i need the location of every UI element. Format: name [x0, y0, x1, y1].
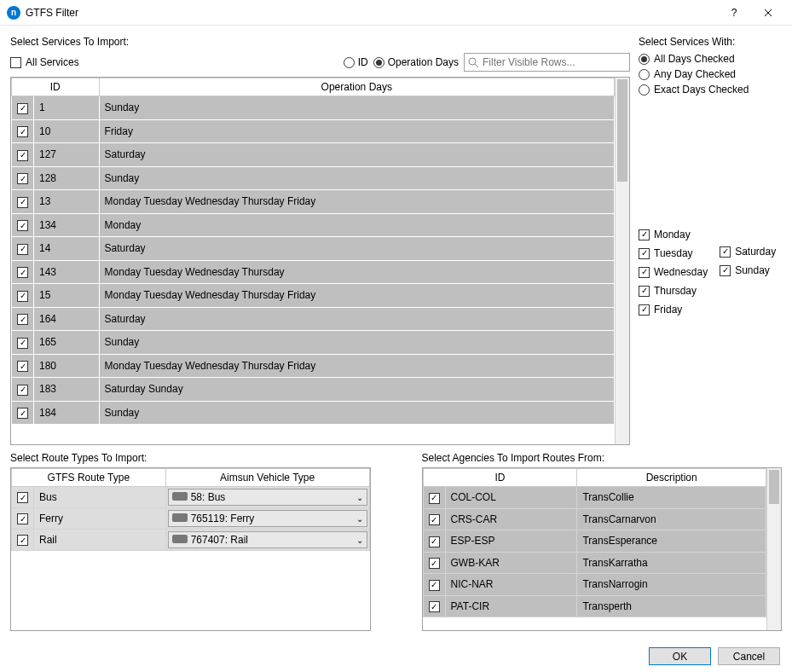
checkbox-icon[interactable]	[17, 361, 28, 372]
filter-input[interactable]	[483, 56, 626, 68]
table-row[interactable]: 10 Friday	[12, 119, 615, 143]
checkbox-icon[interactable]	[17, 535, 28, 546]
radio-exact-days-checked[interactable]: Exact Days Checked	[639, 84, 782, 96]
agencies-scrollbar[interactable]	[766, 468, 781, 630]
close-button[interactable]	[751, 0, 785, 26]
service-id-cell: 13	[34, 190, 100, 214]
vehicle-type-dropdown[interactable]: 767407: Rail⌄	[168, 531, 367, 548]
checkbox-icon[interactable]	[429, 601, 440, 612]
vehicle-type-dropdown[interactable]: 58: Bus⌄	[168, 489, 367, 506]
agency-desc-cell: TransNarrogin	[577, 574, 766, 596]
checkbox-icon[interactable]	[17, 492, 28, 503]
checkbox-icon[interactable]	[17, 513, 28, 524]
scrollbar-thumb[interactable]	[617, 79, 627, 182]
table-row[interactable]: CRS-CAR TransCarnarvon	[423, 508, 766, 530]
checkbox-icon	[639, 286, 650, 297]
help-button[interactable]: ?	[717, 0, 751, 26]
checkbox-icon[interactable]	[17, 385, 28, 396]
services-scrollbar[interactable]	[615, 78, 629, 444]
table-row[interactable]: 165 Sunday	[12, 331, 615, 355]
checkbox-icon[interactable]	[17, 126, 28, 137]
checkbox-icon[interactable]	[17, 220, 28, 231]
check-saturday[interactable]: Saturday	[720, 246, 776, 258]
checkbox-icon	[10, 57, 21, 68]
service-id-cell: 1	[34, 96, 100, 120]
filter-input-container[interactable]	[464, 53, 630, 72]
window-title: GTFS Filter	[26, 7, 717, 19]
table-row[interactable]: 127 Saturday	[12, 143, 615, 167]
check-sunday[interactable]: Sunday	[720, 264, 776, 276]
table-row[interactable]: 14 Saturday	[12, 237, 615, 261]
service-days-cell: Saturday	[99, 237, 614, 261]
table-row: Bus 58: Bus⌄	[12, 487, 370, 508]
table-row[interactable]: 128 Sunday	[12, 166, 615, 190]
col-agency-id[interactable]: ID	[423, 469, 577, 487]
service-id-cell: 180	[34, 354, 100, 378]
vehicle-icon	[172, 492, 188, 501]
checkbox-icon[interactable]	[17, 338, 28, 349]
table-row[interactable]: 13 Monday Tuesday Wednesday Thursday Fri…	[12, 190, 615, 214]
agency-id-cell: COL-COL	[445, 487, 577, 509]
checkbox-icon[interactable]	[429, 558, 440, 569]
radio-all-days-checked[interactable]: All Days Checked	[639, 53, 782, 65]
table-row[interactable]: NIC-NAR TransNarrogin	[423, 574, 766, 596]
table-row[interactable]: PAT-CIR Transperth	[423, 595, 766, 617]
checkbox-icon[interactable]	[17, 244, 28, 255]
app-icon: n	[7, 6, 20, 20]
checkbox-icon[interactable]	[429, 493, 440, 504]
checkbox-icon[interactable]	[429, 580, 440, 591]
radio-id[interactable]	[344, 57, 355, 68]
col-gtfs-route-type[interactable]: GTFS Route Type	[12, 469, 166, 487]
chevron-down-icon: ⌄	[356, 493, 363, 502]
service-days-cell: Sunday	[99, 166, 614, 190]
agency-id-cell: ESP-ESP	[445, 530, 577, 553]
checkbox-icon	[639, 229, 650, 240]
agency-desc-cell: TransEsperance	[577, 530, 766, 553]
table-row[interactable]: COL-COL TransCollie	[423, 487, 766, 509]
service-id-cell: 183	[34, 378, 100, 402]
check-tuesday[interactable]: Tuesday	[639, 247, 708, 259]
checkbox-icon[interactable]	[17, 314, 28, 325]
col-id[interactable]: ID	[12, 78, 100, 96]
table-row[interactable]: GWB-KAR TransKarratha	[423, 552, 766, 574]
scrollbar-thumb[interactable]	[769, 470, 779, 504]
radio-operation-days[interactable]	[373, 57, 384, 68]
checkbox-icon[interactable]	[17, 291, 28, 302]
checkbox-icon[interactable]	[429, 536, 440, 547]
all-services-checkbox[interactable]: All Services	[10, 56, 79, 68]
table-row[interactable]: 15 Monday Tuesday Wednesday Thursday Fri…	[12, 284, 615, 308]
col-agency-desc[interactable]: Description	[577, 469, 766, 487]
checkbox-icon[interactable]	[17, 408, 28, 419]
table-row[interactable]: 164 Saturday	[12, 307, 615, 331]
col-aimsun-vehicle-type[interactable]: Aimsun Vehicle Type	[165, 469, 369, 487]
check-friday[interactable]: Friday	[639, 304, 708, 316]
radio-any-day-checked[interactable]: Any Day Checked	[639, 68, 782, 80]
checkbox-icon[interactable]	[17, 150, 28, 161]
col-opdays[interactable]: Operation Days	[99, 78, 614, 96]
checkbox-icon[interactable]	[17, 267, 28, 278]
vehicle-type-dropdown[interactable]: 765119: Ferry⌄	[168, 510, 367, 527]
ok-button[interactable]: OK	[649, 647, 711, 665]
table-row[interactable]: 1 Sunday	[12, 96, 615, 120]
table-row[interactable]: 134 Monday	[12, 213, 615, 237]
table-row[interactable]: 184 Sunday	[12, 401, 615, 425]
table-row[interactable]: 183 Saturday Sunday	[12, 378, 615, 402]
radio-icon	[639, 54, 650, 65]
table-row[interactable]: 180 Monday Tuesday Wednesday Thursday Fr…	[12, 354, 615, 378]
check-wednesday[interactable]: Wednesday	[639, 266, 708, 278]
checkbox-icon[interactable]	[17, 197, 28, 208]
table-row[interactable]: 143 Monday Tuesday Wednesday Thursday	[12, 260, 615, 284]
check-monday[interactable]: Monday	[639, 229, 708, 240]
checkbox-icon	[639, 304, 650, 316]
vehicle-icon	[172, 535, 188, 543]
radio-icon	[639, 69, 650, 80]
service-id-cell: 15	[34, 284, 100, 308]
cancel-button[interactable]: Cancel	[718, 647, 780, 665]
check-thursday[interactable]: Thursday	[639, 285, 708, 297]
checkbox-icon[interactable]	[17, 173, 28, 184]
table-row[interactable]: ESP-ESP TransEsperance	[423, 530, 766, 553]
service-days-cell: Friday	[99, 119, 614, 143]
checkbox-icon[interactable]	[429, 514, 440, 525]
checkbox-icon[interactable]	[17, 103, 28, 114]
chevron-down-icon: ⌄	[356, 514, 363, 524]
